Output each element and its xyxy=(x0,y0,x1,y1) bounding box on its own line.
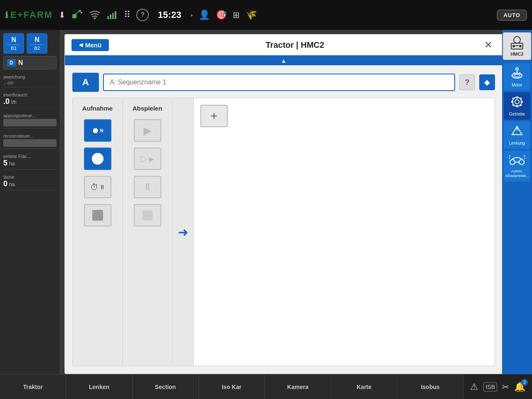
svg-rect-7 xyxy=(112,13,114,19)
getriebe-button[interactable]: Getriebe xyxy=(504,92,530,120)
arrow-connector: ➜ xyxy=(172,98,193,366)
abweichung-label: pweichung xyxy=(3,74,57,79)
scissors-icon[interactable]: ✂ xyxy=(502,382,509,392)
timer-button[interactable]: ⏱ ⏸ xyxy=(84,176,111,198)
tab-karte[interactable]: Karte xyxy=(331,374,397,399)
sequence-help-button[interactable]: ? xyxy=(459,74,475,90)
motor-label: Motor xyxy=(512,83,522,87)
lenkung-button[interactable]: Lenkung xyxy=(504,121,530,149)
record-button[interactable]: ⏺ N xyxy=(84,119,111,142)
tab-kamera[interactable]: Kamera xyxy=(265,374,331,399)
notification-badge[interactable]: 🔔 3 xyxy=(514,382,525,392)
abweichung-section: pweichung .- cm xyxy=(3,72,57,87)
dot-icon: ● xyxy=(190,13,193,17)
download-icon[interactable]: ⬇ xyxy=(59,10,66,20)
sequence-a-button[interactable]: A xyxy=(72,73,99,92)
b2-box: N B2 xyxy=(27,33,47,54)
circle-button[interactable] xyxy=(84,148,111,170)
svg-point-14 xyxy=(512,73,522,78)
pause-button[interactable]: ⏸ xyxy=(134,176,161,198)
abspielen-label: Abspielen xyxy=(133,105,163,112)
info-icon[interactable]: ℹ xyxy=(5,10,9,20)
sequence-row: A ? ◆ xyxy=(72,73,495,92)
tab-isobus[interactable]: Isobus xyxy=(397,374,463,399)
svg-point-17 xyxy=(516,68,518,70)
auto-badge[interactable]: AUTO xyxy=(497,10,527,21)
abweichung-unit: .- cm xyxy=(3,80,57,85)
flaeche1-label: peitete Fläc... xyxy=(3,154,57,159)
play-button[interactable]: ▶ xyxy=(134,119,161,142)
layout-icon[interactable]: ⊞ xyxy=(233,10,240,20)
svg-rect-27 xyxy=(520,97,522,100)
bottom-bar: Traktor Lenken Section Iso Kar Kamera Ka… xyxy=(0,374,532,399)
user-icon[interactable]: 👤 xyxy=(199,10,210,20)
dialog-overlay: Menü Tractor | HMC2 ✕ ▲ A ? ◆ xyxy=(60,30,532,374)
hmc2-label: HMC2 xyxy=(510,52,523,57)
controls-area: Aufnahme ⏺ N xyxy=(72,98,495,366)
help-icon[interactable]: ? xyxy=(136,9,149,21)
signal-icon xyxy=(106,10,118,20)
sequence-name-input[interactable] xyxy=(103,74,455,91)
hmc2-panel: HMC2 xyxy=(503,32,531,60)
svg-point-9 xyxy=(514,37,520,43)
getriebe-label: Getriebe xyxy=(509,112,525,116)
tab-iso-kar[interactable]: Iso Kar xyxy=(199,374,265,399)
sequence-content-area: + xyxy=(193,98,495,366)
svg-rect-28 xyxy=(512,104,515,106)
hmc2-icon xyxy=(508,36,526,51)
svg-rect-25 xyxy=(521,101,523,103)
speedometer-icon[interactable]: 🎯 xyxy=(216,10,227,20)
menu-button[interactable]: Menü xyxy=(71,39,109,51)
kupplung-section: appungssteue... xyxy=(3,111,57,128)
svg-point-3 xyxy=(81,12,82,13)
tractor-icon[interactable]: 🌾 xyxy=(246,10,257,20)
svg-rect-23 xyxy=(516,105,518,107)
svg-point-21 xyxy=(515,100,519,104)
isb-icon[interactable]: ISB xyxy=(483,382,497,392)
add-step-button[interactable]: + xyxy=(200,105,228,127)
motor-button[interactable]: Motor xyxy=(504,63,530,91)
dialog-titlebar: Menü Tractor | HMC2 ✕ xyxy=(65,34,502,56)
step-play-button[interactable]: ▷▶ xyxy=(134,148,161,170)
tab-traktor[interactable]: Traktor xyxy=(0,374,66,399)
dialog-body: A ? ◆ Aufnahme ⏺ N xyxy=(65,65,502,374)
top-bar: ℹ E+FARM ⬇ ⠿ ? 15:23 ● 👤 🎯 ⊞ 🌾 AUTO xyxy=(0,0,532,30)
flaeche2-label: läche xyxy=(3,175,57,180)
grenzen-label: renzensteuer... xyxy=(3,133,57,138)
right-sidebar: HMC2 Motor xyxy=(502,30,532,374)
grid-icon[interactable]: ⠿ xyxy=(124,10,131,20)
flaeche1-unit: ha xyxy=(9,161,15,167)
getriebe-icon xyxy=(510,96,524,111)
kupplung-label: appungssteue... xyxy=(3,113,57,118)
flaeche1-section: peitete Fläc... 5 ha xyxy=(3,151,57,170)
allrad-button[interactable]: Autom. Allradantrieb... xyxy=(504,150,530,182)
time-display: 15:23 xyxy=(158,10,181,20)
tab-section[interactable]: Section xyxy=(133,374,199,399)
allrad-label: Autom. Allradantrieb... xyxy=(505,169,529,178)
svg-point-12 xyxy=(519,45,522,47)
warning-icon[interactable]: ⚠ xyxy=(470,382,478,392)
abspielen-column: Abspielen ▶ ▷▶ ⏸ xyxy=(123,98,172,366)
bottom-right-icons: ⚠ ISB ✂ 🔔 3 xyxy=(463,374,532,399)
scroll-up-button[interactable]: ▲ xyxy=(65,56,502,65)
sequence-diamond-button[interactable]: ◆ xyxy=(479,74,495,90)
kraftstoff-label: elverbrauch xyxy=(3,92,57,97)
lenkung-icon xyxy=(510,125,524,140)
app-logo: ℹ E+FARM xyxy=(5,10,53,20)
notification-count: 3 xyxy=(521,379,528,386)
svg-rect-29 xyxy=(520,104,522,106)
dialog-title: Tractor | HMC2 xyxy=(114,40,476,50)
satellite-icon xyxy=(71,10,83,20)
stop-aufnahme-button[interactable] xyxy=(84,204,111,227)
left-sidebar: N B1 N B2 D N pweichung .- cm elverbrauc… xyxy=(0,30,60,374)
tab-lenken[interactable]: Lenken xyxy=(66,374,132,399)
grenzen-section: renzensteuer... xyxy=(3,131,57,149)
svg-rect-5 xyxy=(107,16,109,19)
svg-rect-6 xyxy=(110,15,111,19)
stop-abspielen-button[interactable] xyxy=(134,204,161,227)
svg-rect-24 xyxy=(511,101,513,103)
dialog-window: Menü Tractor | HMC2 ✕ ▲ A ? ◆ xyxy=(64,34,503,374)
aufnahme-column: Aufnahme ⏺ N xyxy=(73,98,123,366)
svg-rect-22 xyxy=(516,96,518,99)
close-button[interactable]: ✕ xyxy=(481,39,496,51)
